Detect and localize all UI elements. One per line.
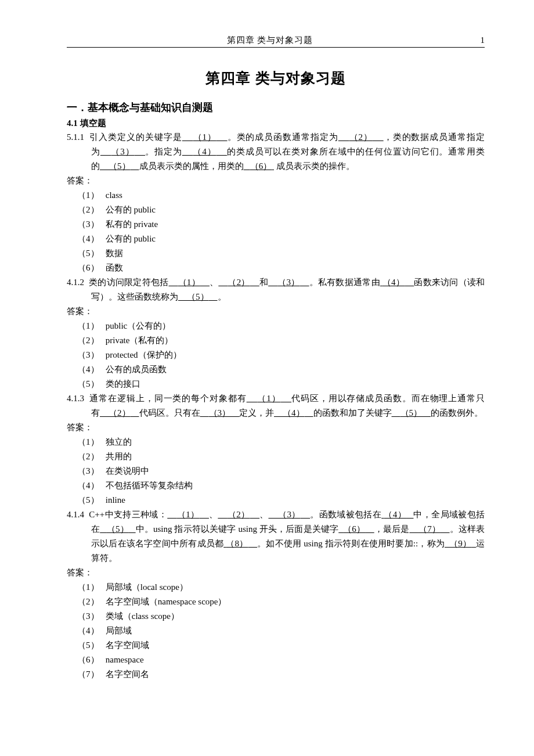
text: 、: [210, 278, 218, 287]
text: 定义，并: [239, 408, 274, 417]
blank-5: （5）: [100, 524, 135, 534]
blank-2: （2）: [218, 510, 259, 519]
blank-5: （5）: [178, 292, 218, 301]
subsection-4-1-title: 4.1 填空题: [67, 118, 485, 129]
text: 。如不使用 using 指示符则在使用时要加::，称为: [257, 539, 445, 548]
text: 通常在逻辑上，同一类的每个对象都有: [89, 394, 246, 403]
text: 。私有数据通常由: [309, 278, 380, 287]
blank-1: （1）: [247, 394, 291, 403]
blank-2: （2）: [100, 408, 139, 417]
text: 的函数和加了关键字: [313, 408, 392, 417]
answer-6: （6） namespace: [67, 653, 485, 667]
text: 成员表示类的属性，用类的: [139, 161, 244, 171]
question-number: 4.1.4: [67, 510, 84, 519]
header-title: 第四章 类与对象习题: [67, 35, 473, 46]
answer-6: （6） 函数: [67, 261, 485, 275]
blank-5: （5）: [392, 408, 431, 417]
blank-5: （5）: [100, 161, 139, 171]
document-title: 第四章 类与对象习题: [67, 69, 485, 88]
text: 。函数域被包括在: [310, 510, 381, 519]
answer-3: （3） protected（保护的）: [67, 348, 485, 362]
answer-3: （3） 私有的 private: [67, 217, 485, 232]
answer-5: （5） inline: [67, 493, 485, 507]
blank-4: （4）: [380, 278, 414, 287]
question-number: 4.1.3: [67, 394, 84, 403]
text: 。: [218, 292, 226, 301]
blank-4: （4）: [274, 408, 313, 417]
answer-1: （1） 独立的: [67, 435, 485, 449]
blank-6: （6）: [338, 524, 374, 534]
answer-label: 答案：: [67, 420, 485, 435]
text: 。指定为: [145, 147, 182, 156]
blank-3: （3）: [268, 510, 310, 519]
text: 。类的成员函数通常指定为: [228, 132, 338, 142]
blank-6: （6）: [244, 161, 275, 171]
answer-2: （2） private（私有的）: [67, 333, 485, 348]
answer-label: 答案：: [67, 566, 485, 580]
text: 引入类定义的关键字是: [89, 132, 182, 142]
question-4-1-4: 4.1.4 C++中支持三种域： （1） 、 （2） 、 （3） 。函数域被包括…: [67, 507, 485, 566]
blank-8: （8）: [223, 539, 257, 548]
header-page-number: 1: [473, 35, 485, 45]
answer-4: （4） 局部域: [67, 624, 485, 638]
text: 、: [259, 510, 268, 519]
answer-5: （5） 类的接口: [67, 377, 485, 391]
answer-3: （3） 类域（class scope）: [67, 609, 485, 624]
section-1-title: 一．基本概念与基础知识自测题: [67, 100, 485, 114]
answer-7: （7） 名字空间名: [67, 667, 485, 682]
blank-4: （4）: [381, 510, 413, 519]
text: C++中支持三种域：: [89, 510, 167, 519]
answer-4: （4） 公有的成员函数: [67, 362, 485, 377]
question-5-1-1: 5.1.1 引入类定义的关键字是 （1） 。类的成员函数通常指定为 （2） ，类…: [67, 130, 485, 174]
blank-3: （3）: [100, 147, 145, 156]
text: 类的访问限定符包括: [89, 278, 168, 287]
answer-5: （5） 名字空间域: [67, 638, 485, 653]
answer-5: （5） 数据: [67, 246, 485, 261]
answer-4: （4） 公有的 public: [67, 232, 485, 246]
blank-7: （7）: [409, 524, 449, 534]
blank-3: （3）: [200, 408, 240, 417]
answer-2: （2） 名字空间域（namespace scope）: [67, 595, 485, 609]
blank-9: （9）: [445, 539, 476, 548]
blank-1: （1）: [182, 132, 228, 142]
blank-1: （1）: [169, 278, 210, 287]
answer-2: （2） 共用的: [67, 449, 485, 464]
question-number: 5.1.1: [67, 132, 84, 142]
answer-label: 答案：: [67, 304, 485, 319]
answer-2: （2） 公有的 public: [67, 203, 485, 217]
blank-3: （3）: [268, 278, 309, 287]
text: 代码区。只有在: [139, 408, 200, 417]
text: ，最后是: [374, 524, 410, 534]
question-4-1-2: 4.1.2 类的访问限定符包括 （1） 、 （2） 和 （3） 。私有数据通常由…: [67, 275, 485, 304]
answer-3: （3） 在类说明中: [67, 464, 485, 478]
answer-1: （1） 局部域（local scope）: [67, 580, 485, 595]
text: 和: [259, 278, 268, 287]
question-4-1-3: 4.1.3 通常在逻辑上，同一类的每个对象都有 （1） 代码区，用以存储成员函数…: [67, 391, 485, 420]
text: 中。using 指示符以关键字 using 开头，后面是关键字: [136, 524, 339, 534]
text: 、: [209, 510, 218, 519]
page: 第四章 类与对象习题 1 第四章 类与对象习题 一．基本概念与基础知识自测题 4…: [0, 0, 534, 756]
answer-label: 答案：: [67, 174, 485, 188]
text: 成员表示类的操作。: [274, 161, 355, 171]
blank-4: （4）: [182, 147, 227, 156]
question-number: 4.1.2: [67, 278, 84, 287]
blank-1: （1）: [167, 510, 209, 519]
answer-1: （1） public（公有的）: [67, 319, 485, 333]
page-header: 第四章 类与对象习题 1: [67, 35, 485, 48]
answer-4: （4） 不包括循环等复杂结构: [67, 478, 485, 493]
blank-2: （2）: [218, 278, 259, 287]
text: 的函数例外。: [431, 408, 483, 417]
answer-1: （1） class: [67, 188, 485, 203]
blank-2: （2）: [338, 132, 384, 142]
